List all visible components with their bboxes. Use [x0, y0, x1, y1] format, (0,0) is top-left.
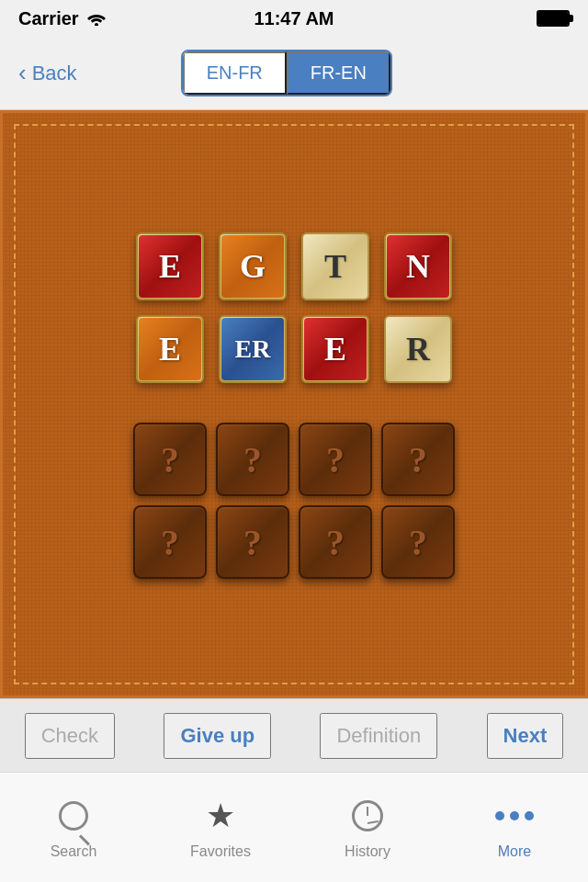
tile-E-orange[interactable]: E [133, 312, 207, 386]
back-button[interactable]: ‹ Back [18, 59, 77, 87]
lang-fr-en-button[interactable]: FR-EN [287, 51, 390, 95]
lang-en-fr-button[interactable]: EN-FR [183, 51, 287, 95]
tile-E-red[interactable]: E [133, 230, 207, 303]
tile-R-wood[interactable]: R [381, 312, 455, 386]
answer-row-1: ? ? ? ? [133, 423, 455, 496]
tile-T-wood[interactable]: T [299, 230, 372, 303]
answer-slot-2-2[interactable]: ? [216, 505, 289, 579]
answer-slot-1-4[interactable]: ? [381, 423, 455, 496]
search-tab-label: Search [51, 843, 97, 860]
tile-G-orange[interactable]: G [216, 230, 289, 303]
wifi-icon [86, 11, 107, 26]
check-button[interactable]: Check [25, 713, 115, 759]
search-circle-icon [59, 801, 88, 831]
carrier-text: Carrier [18, 8, 107, 29]
answer-slot-1-3[interactable]: ? [299, 423, 372, 496]
back-chevron-icon: ‹ [18, 59, 27, 87]
action-bar: Check Give up Definition Next [0, 698, 588, 772]
clock-icon [352, 800, 383, 831]
back-label: Back [32, 62, 77, 85]
tab-search[interactable]: Search [28, 796, 119, 860]
status-time: 11:47 AM [254, 8, 334, 29]
tile-N-red[interactable]: N [381, 230, 455, 303]
answer-tiles-section: ? ? ? ? ? ? ? ? [133, 423, 455, 579]
svg-point-0 [95, 23, 98, 26]
answer-slot-1-2[interactable]: ? [216, 423, 289, 496]
answer-slot-2-1[interactable]: ? [133, 505, 207, 579]
letter-row-top: E G T N [133, 230, 455, 303]
next-button[interactable]: Next [487, 713, 564, 759]
letter-row-bottom: E ER E R [133, 312, 455, 386]
status-bar: Carrier 11:47 AM [0, 0, 588, 37]
definition-button[interactable]: Definition [320, 713, 437, 759]
language-toggle: EN-FR FR-EN [181, 50, 392, 96]
tab-bar: Search ★ Favorites History More [0, 772, 588, 882]
letter-tiles-section: E G T N [133, 230, 455, 386]
tab-favorites[interactable]: ★ Favorites [175, 796, 266, 860]
dots-icon [495, 811, 534, 820]
answer-slot-2-3[interactable]: ? [299, 505, 372, 579]
nav-bar: ‹ Back EN-FR FR-EN [0, 37, 588, 110]
tile-ER-blue[interactable]: ER [216, 312, 289, 386]
star-icon: ★ [206, 797, 235, 835]
tab-history[interactable]: History [322, 796, 413, 860]
search-tab-icon [53, 796, 94, 836]
more-tab-icon [494, 796, 535, 836]
history-tab-icon [347, 796, 388, 836]
give-up-button[interactable]: Give up [164, 713, 271, 759]
battery-icon [537, 10, 570, 27]
answer-row-2: ? ? ? ? [133, 505, 455, 579]
history-tab-label: History [345, 843, 390, 860]
tab-more[interactable]: More [469, 796, 560, 860]
favorites-tab-icon: ★ [200, 796, 241, 836]
game-area: E G T N [0, 110, 588, 698]
more-tab-label: More [498, 843, 531, 860]
favorites-tab-label: Favorites [190, 843, 251, 860]
tile-E-red2[interactable]: E [299, 312, 372, 386]
answer-slot-1-1[interactable]: ? [133, 423, 207, 496]
answer-slot-2-4[interactable]: ? [381, 505, 455, 579]
